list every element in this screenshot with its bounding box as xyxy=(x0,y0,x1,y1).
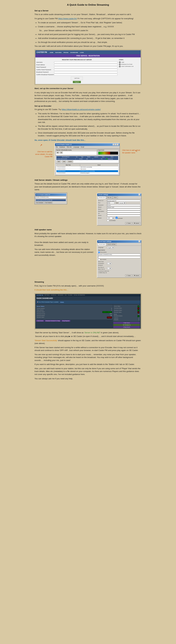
server-row-1[interactable]: icecast.caster.fm:8754 1 Icecast 128 0 Y… xyxy=(56,158,118,160)
menu-titleinfo[interactable]: Title Info xyxy=(67,146,72,148)
radio-menu-social[interactable]: SOCIAL INFORMATION xyxy=(74,294,85,296)
menu-language[interactable]: Language xyxy=(73,146,79,148)
caster-registration-screenshot: CASTER FM HOME FEATURES PRICING DASHBOAR… xyxy=(34,50,142,85)
encoder-arrow-3: ⇒ xyxy=(35,132,37,134)
captcha-image: CAPTCHA xyxy=(71,76,83,80)
settings-autostart-cb[interactable] xyxy=(116,217,118,219)
speaker-cancel-btn[interactable]: ✖ Cancel xyxy=(133,274,140,277)
log-row-1: 17:31:22 20.06.20 Start device successfu… xyxy=(57,166,118,168)
settings-lock-cb[interactable] xyxy=(107,220,109,222)
se-level-bar xyxy=(98,152,110,154)
setup-step-5: ⇒ Go through the email verification proc… xyxy=(34,41,142,44)
encoder-arrow-2: ⇒ xyxy=(35,125,37,128)
register-button[interactable]: Register xyxy=(73,81,81,83)
server-connection-intro: A very simple way is to use an Encoder t… xyxy=(34,91,142,103)
radio-menu-schedule[interactable]: SCHEDULE xyxy=(51,294,57,296)
se-caster-window: Sound Empire Caster 2.2 _ □ × File Datab… xyxy=(55,143,120,176)
settings-name: Name xyxy=(98,208,140,210)
input-device-heading: Input device xyxy=(98,249,140,251)
settings-cancel-btn[interactable]: ✖ Cancel xyxy=(133,222,140,224)
speaker-close-btn[interactable]: × xyxy=(139,240,140,242)
server-connection-label: Next, set up the connection to your Serv… xyxy=(34,87,142,90)
settings-save-btn[interactable]: ✔ Save xyxy=(125,222,132,224)
speaker-sendtime-select[interactable]: 0 xyxy=(107,262,111,264)
radio-menu-djs[interactable]: DJS xyxy=(65,294,67,296)
se-close-btn[interactable]: × xyxy=(117,144,119,146)
speaker-tab-stream[interactable]: Stream settings xyxy=(106,243,117,246)
step-3-label: Grab Confirmation Link xyxy=(121,66,133,67)
radio-song-requests-btn[interactable]: Song Requests xyxy=(61,320,70,322)
field-confirm-panel-pw: Confirm Panel Password xyxy=(36,69,117,71)
speaker-settime-select[interactable]: 0 xyxy=(107,267,111,269)
nav-home[interactable]: HOME xyxy=(50,52,53,53)
step-2: 2 Broadcast Our Email xyxy=(119,64,140,65)
settings-type-select[interactable]: Icecast xyxy=(119,202,126,204)
se-add-server-btn[interactable]: Add xyxy=(56,160,61,162)
streaming-heading: Streaming xyxy=(34,280,142,284)
settings-tab-filters[interactable]: Filters xyxy=(112,196,118,199)
settings-bitrate-select[interactable]: 128 xyxy=(107,217,114,219)
radio-right: Server Status ● Download Status ● Broadc… xyxy=(113,305,140,328)
speaker-sendtime: Send 'time connection' during bl 0 xyxy=(98,261,140,266)
se-delete-server-btn[interactable]: Delete xyxy=(67,160,73,162)
speaker-action-btns: ✔ Save ✖ Cancel xyxy=(98,274,140,277)
se-mini-free-btn[interactable]: Free Scheduler xyxy=(35,202,44,204)
settings-tab-title-info[interactable]: Title Info xyxy=(106,196,112,199)
closing-text: You can always ask me if you need any he… xyxy=(34,377,142,380)
se-play-btn[interactable]: ▶ xyxy=(56,152,59,154)
speaker-text-col: Once the details have been added and sav… xyxy=(34,240,94,258)
setup-step-4: ⇒ Add another broadcast password (for co… xyxy=(34,37,142,40)
menu-database[interactable]: Database xyxy=(59,146,65,148)
widgets-link[interactable]: Widgets xyxy=(60,302,64,302)
nav-pricing[interactable]: PRICING xyxy=(64,52,68,53)
menu-email[interactable]: Email xyxy=(81,146,84,148)
se-stop-btn[interactable]: ■ xyxy=(60,152,63,154)
speaker-device-row: By my device xyxy=(98,251,140,253)
log-row-3: 17:33:36 20.06.20 Connect to server succ… xyxy=(57,170,118,172)
speaker-tab-input[interactable]: Sound input xyxy=(98,243,106,246)
field-broadcast-pw: Broadcast Password xyxy=(36,71,117,73)
radio-menu-plugins[interactable]: PLUGINS xyxy=(68,294,72,296)
se-mini-server-list: icecast.caster.fm:8754 Icecast 128 xyxy=(35,199,66,202)
rr-download-status: Download Status ● xyxy=(114,308,139,310)
setup-step-3: ⇒ Add an email and panel password (pw fo… xyxy=(34,33,142,36)
nav-login[interactable]: LOGIN xyxy=(80,52,84,53)
se-mini-free-btn2[interactable]: Free Publisher xyxy=(44,202,53,204)
menu-file[interactable]: File xyxy=(56,146,58,148)
speaker-save-btn[interactable]: ✔ Save xyxy=(125,274,132,277)
se-maximize-btn[interactable]: □ xyxy=(115,144,116,146)
settings-close-btn[interactable]: × xyxy=(139,194,140,196)
speaker-language-select[interactable]: English xyxy=(107,246,114,249)
nav-dashboard[interactable]: DASHBOARD xyxy=(70,52,78,53)
settings-lock-bitrate: Lock bitrate xyxy=(98,220,140,222)
se-caster-url-link[interactable]: https://djgarybaldi.co.uk/sound-empire-c… xyxy=(62,108,101,110)
radio-start-server-btn[interactable]: 0 Start Server xyxy=(36,320,44,322)
speaker-by-mydev-radio[interactable] xyxy=(98,251,100,253)
nav-features[interactable]: FEATURES xyxy=(55,52,62,53)
se-mini-server-item: icecast.caster.fm:8754 Icecast 128 xyxy=(36,199,66,201)
radio-broadcast-schedule-btn[interactable]: Broadcast Schedule For Today xyxy=(45,320,61,322)
settings-bitrate: Bitrate 128 Autostart xyxy=(98,217,140,219)
settings-genre: Genre xyxy=(98,215,140,216)
radio-drop-source-btn[interactable]: 0 Drop Source xyxy=(113,326,140,328)
radio-start-server-btn-right[interactable]: 0 Start Server xyxy=(113,322,140,324)
speaker-nodev-display xyxy=(98,256,140,258)
speaker-titlebar: Sound Input settings × xyxy=(97,240,141,243)
radio-tor-purchase-btn[interactable]: Tor Purchase It ] xyxy=(113,324,140,326)
settings-tabs-row: Stream info Title Info Filters xyxy=(97,196,141,199)
radio-menu-messages[interactable]: MESSAGES xyxy=(58,294,64,296)
stream-start-text: 'Stream Start Successfully' should appea… xyxy=(34,339,142,345)
se-edit-server-btn[interactable]: Edit xyxy=(62,160,67,162)
annotation-left-text: Click here to add the server details. I'… xyxy=(34,143,52,158)
rr-recorder-status: Recorder Status ● xyxy=(114,312,139,314)
caster-url-link[interactable]: https://www.caster.fm/ xyxy=(58,18,77,20)
arrow-icon-3: ⇒ xyxy=(35,33,37,36)
settings-tab-stream-info[interactable]: Stream info xyxy=(98,196,106,199)
setup-step-1: ⇒ To create an account, and subsequent '… xyxy=(34,21,142,24)
speaker-dialog-title: Sound Input settings xyxy=(98,240,111,243)
se-minimize-btn[interactable]: _ xyxy=(113,144,114,146)
speaker-settime: Set 'time to listen' free to 0 xyxy=(98,266,140,270)
settings-password: Password •••••••• xyxy=(98,204,140,206)
radio-menu-settings[interactable]: SETTINGS xyxy=(44,294,50,296)
speaker-by-nodev-radio[interactable] xyxy=(98,258,100,260)
